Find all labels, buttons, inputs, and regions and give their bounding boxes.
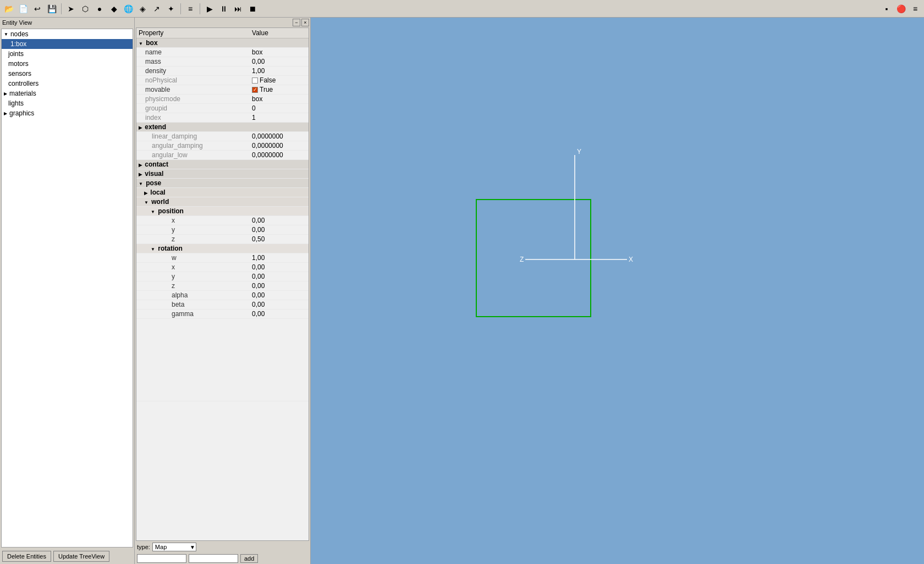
world-section-row[interactable]: ▼ world: [136, 197, 309, 207]
stop-button[interactable]: ⏹: [246, 2, 259, 15]
add-row: add: [135, 553, 310, 564]
update-treeview-button[interactable]: Update TreeView: [53, 551, 109, 562]
contact-section-row[interactable]: ▶ contact: [136, 160, 309, 169]
density-value[interactable]: 1,00: [250, 67, 309, 76]
list-button[interactable]: ≡: [184, 2, 197, 15]
tree-box[interactable]: 1:box: [2, 39, 133, 49]
angdamp-value[interactable]: 0,0000000: [250, 141, 309, 151]
pose-section-row[interactable]: ▼ pose: [136, 179, 309, 188]
play-button[interactable]: ▶: [203, 2, 216, 15]
rot-y-value[interactable]: 0,00: [250, 272, 309, 281]
pos-y-value[interactable]: 0,00: [250, 225, 309, 235]
prop-angdamp-row: angular_damping 0,0000000: [136, 141, 309, 151]
viewport[interactable]: Y X Z: [311, 18, 924, 564]
box-label: 1:box: [10, 40, 26, 48]
add-value-input[interactable]: [189, 554, 238, 563]
tree-sensors[interactable]: sensors: [2, 69, 133, 79]
prop-groupid-row: groupid 0: [136, 104, 309, 113]
name-value[interactable]: box: [250, 48, 309, 57]
tree-motors[interactable]: motors: [2, 59, 133, 69]
nophysical-prop: noPhysical: [136, 76, 250, 85]
save-button[interactable]: 💾: [45, 2, 58, 15]
prop-name-row: name box: [136, 48, 309, 57]
shield-button[interactable]: ⬡: [79, 2, 92, 15]
materials-label: materials: [9, 90, 36, 97]
bottom-buttons: Delete Entities Update TreeView: [0, 549, 134, 564]
open-button[interactable]: 📂: [2, 2, 15, 15]
local-section-row[interactable]: ▶ local: [136, 188, 309, 197]
prop-physicmode-row: physicmode box: [136, 95, 309, 104]
tree-graphics[interactable]: ▶ graphics: [2, 108, 133, 118]
tree-nodes[interactable]: ▼ nodes: [2, 29, 133, 39]
angdamp-prop: angular_damping: [136, 141, 250, 151]
empty-space-row: [136, 319, 309, 401]
entity-view-title: Entity View: [0, 18, 134, 27]
tree-lights[interactable]: lights: [2, 98, 133, 108]
globe-button[interactable]: 🌐: [122, 2, 135, 15]
new-button[interactable]: 📄: [16, 2, 30, 15]
tree-controllers[interactable]: controllers: [2, 79, 133, 89]
movable-prop: movable: [136, 85, 250, 95]
pos-x-value[interactable]: 0,00: [250, 216, 309, 225]
rotation-section-label: rotation: [158, 245, 183, 252]
panel-minimize-button[interactable]: −: [293, 19, 300, 26]
mass-prop: mass: [136, 57, 250, 67]
r3-button[interactable]: ≡: [909, 2, 922, 15]
box-section-arrow: ▼: [139, 41, 143, 46]
nophysical-value[interactable]: False: [250, 76, 309, 85]
panel-close-button[interactable]: ×: [301, 19, 309, 26]
sep2: [180, 3, 181, 14]
rot-z-value[interactable]: 0,00: [250, 281, 309, 291]
nophysical-checkbox[interactable]: [252, 78, 258, 84]
tree-joints[interactable]: joints: [2, 49, 133, 59]
groupid-value[interactable]: 0: [250, 104, 309, 113]
delete-entities-button[interactable]: Delete Entities: [2, 551, 51, 562]
arrow-button[interactable]: ➤: [64, 2, 78, 15]
pause-button[interactable]: ⏸: [217, 2, 230, 15]
local-section-arrow: ▶: [144, 191, 147, 196]
diamond-button[interactable]: ◆: [107, 2, 120, 15]
lindamp-value[interactable]: 0,0000000: [250, 132, 309, 141]
step-button[interactable]: ⏭: [232, 2, 245, 15]
rot-w-value[interactable]: 1,00: [250, 253, 309, 263]
rot-alpha-value[interactable]: 0,00: [250, 291, 309, 300]
tree-view[interactable]: ▼ nodes 1:box joints motors sensors cont…: [1, 29, 133, 548]
pos-z-value[interactable]: 0,50: [250, 235, 309, 244]
rotation-section-row[interactable]: ▼ rotation: [136, 244, 309, 253]
index-value[interactable]: 1: [250, 113, 309, 123]
rot-z-prop: z: [136, 281, 250, 291]
visual-section-row[interactable]: ▶ visual: [136, 169, 309, 179]
prop-movable-row: movable ✓ True: [136, 85, 309, 95]
position-section-row[interactable]: ▼ position: [136, 207, 309, 216]
add-key-input[interactable]: [137, 554, 186, 563]
lindamp-prop: linear_damping: [136, 132, 250, 141]
nodes-label: nodes: [10, 30, 29, 38]
sensors-label: sensors: [4, 70, 31, 78]
property-table-container[interactable]: Property Value ▼ box name box: [136, 27, 309, 541]
movable-value[interactable]: ✓ True: [250, 85, 309, 95]
rot-gamma-value[interactable]: 0,00: [250, 309, 309, 319]
materials-arrow: ▶: [4, 91, 7, 96]
extend-section-row[interactable]: ▶ extend: [136, 123, 309, 132]
rot-beta-value[interactable]: 0,00: [250, 300, 309, 309]
movable-checkbox[interactable]: ✓: [252, 87, 258, 93]
physicmode-value[interactable]: box: [250, 95, 309, 104]
mass-value[interactable]: 0,00: [250, 57, 309, 67]
add-button[interactable]: add: [240, 554, 258, 563]
r2-button[interactable]: 🔴: [894, 2, 908, 15]
star-button[interactable]: ✦: [164, 2, 178, 15]
rot-x-value[interactable]: 0,00: [250, 263, 309, 272]
r1-button[interactable]: ▪: [880, 2, 893, 15]
box-section-row[interactable]: ▼ box: [136, 38, 309, 48]
anglow-value[interactable]: 0,0000000: [250, 151, 309, 160]
tree-materials[interactable]: ▶ materials: [2, 89, 133, 98]
arrow2-button[interactable]: ↗: [150, 2, 163, 15]
type-select-container[interactable]: Map ▼: [152, 543, 196, 551]
groupid-prop: groupid: [136, 104, 250, 113]
y-axis-label: Y: [577, 148, 581, 156]
sep1: [61, 3, 62, 14]
prop-col-header: Property: [136, 28, 250, 38]
target-button[interactable]: ◈: [136, 2, 149, 15]
circle-button[interactable]: ●: [93, 2, 106, 15]
undo-button[interactable]: ↩: [31, 2, 44, 15]
